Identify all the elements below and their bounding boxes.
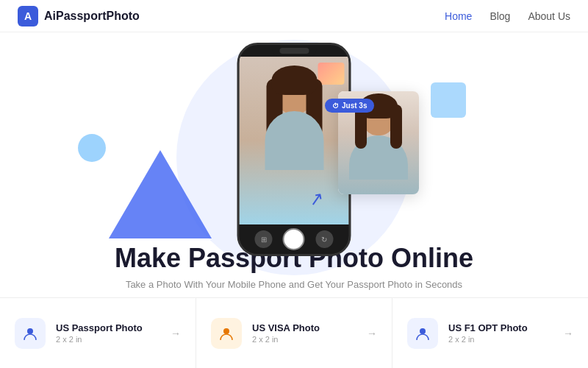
phone-screen	[240, 57, 349, 224]
logo-icon: A	[18, 6, 38, 26]
bg-circle-small	[78, 134, 106, 162]
just-badge: Just 3s	[325, 99, 374, 113]
badge-label: Just 3s	[342, 102, 367, 110]
phone-notch	[272, 45, 316, 57]
card-visa-icon	[211, 318, 242, 349]
phone-btn-capture[interactable]	[283, 228, 305, 250]
svg-point-1	[223, 328, 229, 334]
navbar: A AiPassportPhoto Home Blog About Us	[0, 0, 588, 32]
card-passport[interactable]: US Passport Photo 2 x 2 in →	[0, 298, 196, 368]
card-opt-subtitle: 2 x 2 in	[448, 335, 553, 344]
card-opt-icon	[407, 318, 438, 349]
phone-bottom-bar: ⊞ ↻	[240, 224, 349, 254]
card-opt[interactable]: US F1 OPT Photo 2 x 2 in →	[392, 298, 588, 368]
hero-subtitle: Take a Photo With Your Mobile Phone and …	[37, 279, 551, 290]
logo[interactable]: A AiPassportPhoto	[18, 6, 140, 26]
card-visa-arrow: →	[367, 328, 377, 339]
passport-person-hair-r	[390, 105, 402, 149]
person-body	[265, 111, 323, 170]
card-passport-icon	[15, 318, 46, 349]
card-passport-subtitle: 2 x 2 in	[56, 335, 160, 344]
hero-section: ⊞ ↻ Just 3s ↗ Make Passport Photo Online…	[0, 32, 588, 297]
person-head	[275, 71, 313, 114]
svg-point-0	[27, 328, 33, 334]
card-opt-title: US F1 OPT Photo	[448, 322, 553, 333]
nav-links: Home Blog About Us	[445, 10, 570, 22]
bg-square	[431, 82, 466, 118]
nav-about[interactable]: About Us	[528, 10, 570, 22]
svg-point-2	[420, 328, 426, 334]
card-passport-title: US Passport Photo	[56, 322, 160, 333]
person-hair	[271, 66, 317, 95]
phone-mockup: ⊞ ↻	[237, 43, 351, 256]
card-passport-arrow: →	[171, 328, 181, 339]
card-passport-text: US Passport Photo 2 x 2 in	[56, 322, 160, 344]
phone-btn-gallery: ⊞	[255, 230, 273, 248]
card-visa-text: US VISA Photo 2 x 2 in	[252, 322, 356, 344]
nav-home[interactable]: Home	[445, 10, 472, 22]
phone-btn-flip: ↻	[315, 230, 333, 248]
card-visa-subtitle: 2 x 2 in	[252, 335, 356, 344]
card-opt-arrow: →	[563, 328, 573, 339]
bottom-cards: US Passport Photo 2 x 2 in → US VISA Pho…	[0, 297, 588, 368]
phone-bg-art	[318, 63, 345, 85]
bg-triangle	[109, 150, 212, 238]
card-visa-title: US VISA Photo	[252, 322, 356, 333]
nav-blog[interactable]: Blog	[490, 10, 510, 22]
card-visa[interactable]: US VISA Photo 2 x 2 in →	[196, 298, 392, 368]
card-opt-text: US F1 OPT Photo 2 x 2 in	[448, 322, 553, 344]
logo-text: AiPassportPhoto	[44, 10, 140, 23]
